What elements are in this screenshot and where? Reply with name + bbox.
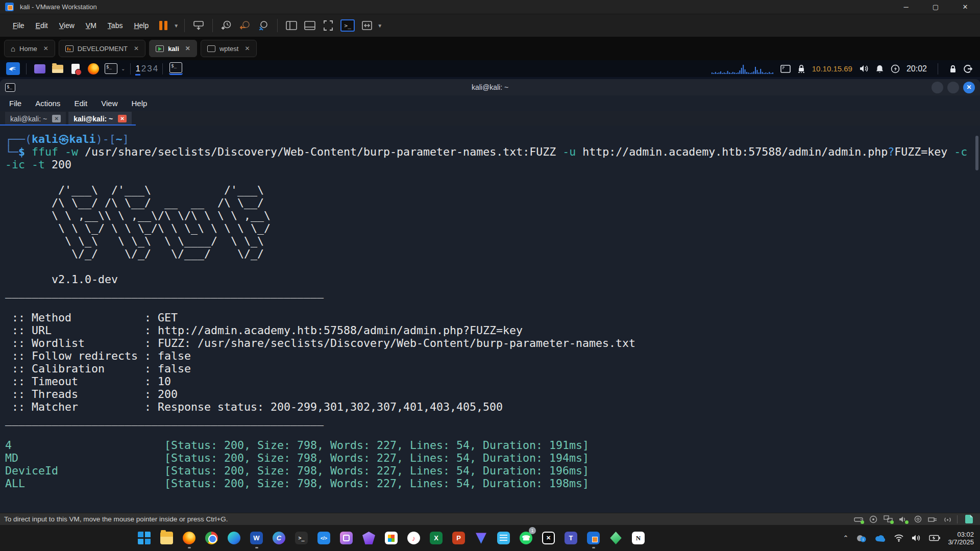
- snapshot-manager-icon[interactable]: [256, 18, 271, 33]
- menu-file[interactable]: File: [7, 21, 30, 30]
- tray-chevron-icon[interactable]: ⌃: [843, 534, 848, 542]
- taskbar-file-explorer-icon[interactable]: [160, 529, 173, 547]
- taskbar-teams-icon[interactable]: T: [565, 529, 577, 547]
- taskbar-notepad-icon[interactable]: [497, 529, 510, 547]
- taskbar-edge-icon[interactable]: [228, 529, 240, 547]
- workspace-4[interactable]: 4: [153, 62, 158, 76]
- snapshot-take-icon[interactable]: [219, 18, 234, 33]
- pane-left-toggle-icon[interactable]: [284, 18, 299, 33]
- cpu-graph[interactable]: [712, 62, 774, 76]
- taskbar-firefox-icon[interactable]: [183, 529, 195, 547]
- taskbar-sims-plumbob-icon[interactable]: [609, 529, 622, 547]
- menu-tabs[interactable]: Tabs: [102, 21, 129, 30]
- send-ctrl-alt-del-icon[interactable]: [191, 18, 206, 33]
- close-tab-icon[interactable]: ✕: [43, 45, 48, 52]
- stretch-menu-caret[interactable]: ▼: [377, 23, 382, 29]
- taskbar-notion-icon[interactable]: N: [632, 529, 645, 547]
- taskbar-vmware-icon[interactable]: [587, 529, 600, 547]
- taskbar-whatsapp-icon[interactable]: ☎1: [520, 529, 532, 547]
- weather-info-icon[interactable]: i: [856, 534, 867, 542]
- close-button[interactable]: ✕: [950, 0, 980, 14]
- network-icon[interactable]: [883, 515, 893, 523]
- taskbar-powerpoint-icon[interactable]: P: [452, 529, 465, 547]
- taskbar-clock[interactable]: 03:02 3/7/2025: [948, 531, 974, 546]
- taskbar-vscode-icon[interactable]: </>: [317, 529, 330, 547]
- text-editor-icon[interactable]: [68, 62, 82, 75]
- ip-address[interactable]: 10.10.15.69: [812, 64, 852, 73]
- open-terminal-window-icon[interactable]: $_: [169, 62, 183, 75]
- file-manager-icon[interactable]: [51, 62, 64, 75]
- terminal-launcher-icon[interactable]: $_: [104, 62, 118, 75]
- show-desktop-icon[interactable]: [33, 62, 46, 75]
- taskbar-obsidian-icon[interactable]: [362, 529, 375, 547]
- terminal-scrollbar[interactable]: [975, 136, 978, 170]
- terminal-menu-help[interactable]: Help: [131, 99, 147, 108]
- webcam-icon[interactable]: [913, 515, 923, 523]
- logout-icon[interactable]: [964, 64, 973, 73]
- terminal-menu-view[interactable]: View: [101, 99, 117, 108]
- vm-tab-kali[interactable]: kali✕: [149, 40, 197, 57]
- workspace-1[interactable]: 1: [135, 62, 140, 76]
- power-icon[interactable]: [891, 64, 900, 73]
- minimize-button[interactable]: ─: [891, 0, 921, 14]
- stretch-view-icon[interactable]: [359, 18, 375, 33]
- menu-help[interactable]: Help: [128, 21, 154, 30]
- terminal-output[interactable]: ┌──(kali㉿kali)-[~]└─$ ffuf -w /usr/share…: [0, 126, 980, 513]
- vpn-lock-icon[interactable]: [797, 64, 805, 73]
- usb-icon[interactable]: [927, 515, 938, 523]
- workspace-3[interactable]: 3: [147, 62, 152, 76]
- taskbar-triangle-app-icon[interactable]: [475, 529, 487, 547]
- vm-tab-development[interactable]: DEVELOPMENT✕: [59, 40, 145, 57]
- close-tab-icon[interactable]: ✕: [185, 45, 190, 52]
- cdrom-icon[interactable]: [868, 515, 878, 523]
- workspace-2[interactable]: 2: [141, 62, 146, 76]
- panel-clock[interactable]: 20:02: [906, 64, 927, 73]
- taskbar-word-icon[interactable]: W: [250, 529, 263, 547]
- signal-icon[interactable]: [942, 515, 952, 523]
- vm-tab-wptest[interactable]: wptest✕: [201, 40, 257, 57]
- snapshot-revert-icon[interactable]: [237, 18, 253, 33]
- terminal-tab-1[interactable]: kali@kali: ~✕: [5, 112, 66, 126]
- terminal-menu-caret[interactable]: ⌄: [121, 66, 125, 71]
- menu-vm[interactable]: VM: [80, 21, 102, 30]
- pane-bottom-toggle-icon[interactable]: [302, 18, 317, 33]
- harddisk-icon[interactable]: [853, 515, 864, 523]
- taskbar-windows-terminal-icon[interactable]: >_: [295, 529, 308, 547]
- terminal-menu-edit[interactable]: Edit: [74, 99, 87, 108]
- suspend-menu-caret[interactable]: ▼: [174, 23, 179, 29]
- taskbar-capcut-icon[interactable]: ✕: [542, 529, 555, 547]
- close-tab-icon[interactable]: ✕: [52, 115, 61, 122]
- maximize-button[interactable]: ▢: [921, 0, 950, 14]
- close-tab-icon[interactable]: ✕: [118, 115, 127, 122]
- fullscreen-toggle-icon[interactable]: [321, 18, 336, 33]
- clipboard-icon[interactable]: [965, 515, 973, 523]
- terminal-menu-file[interactable]: File: [9, 99, 21, 108]
- battery-icon[interactable]: [929, 535, 940, 541]
- taskbar-microsoft-store-icon[interactable]: [385, 529, 398, 547]
- taskbar-purple-box-app-icon[interactable]: [340, 529, 353, 547]
- suspend-button[interactable]: [156, 18, 171, 33]
- display-icon[interactable]: [780, 65, 791, 73]
- tray-volume-icon[interactable]: [912, 534, 921, 542]
- terminal-tab-2[interactable]: kali@kali: ~✕: [68, 112, 132, 126]
- notifications-bell-icon[interactable]: [875, 64, 884, 73]
- menu-view[interactable]: View: [54, 21, 80, 30]
- vm-tab-home[interactable]: ⌂Home✕: [4, 40, 55, 57]
- taskbar-apple-music-icon[interactable]: ♪: [407, 529, 420, 547]
- wifi-icon[interactable]: [894, 534, 904, 542]
- sound-icon[interactable]: [898, 515, 908, 523]
- close-tab-icon[interactable]: ✕: [134, 45, 139, 52]
- screen-lock-icon[interactable]: [949, 64, 957, 73]
- onedrive-icon[interactable]: [875, 535, 886, 542]
- firefox-icon[interactable]: [86, 62, 100, 75]
- terminal-menu-actions[interactable]: Actions: [35, 99, 60, 108]
- taskbar-start-icon[interactable]: [138, 529, 151, 547]
- kali-menu-icon[interactable]: [6, 62, 20, 75]
- taskbar-canva-icon[interactable]: C: [273, 529, 285, 547]
- taskbar-excel-icon[interactable]: X: [430, 529, 443, 547]
- console-view-active-icon[interactable]: >_: [340, 19, 355, 32]
- volume-icon[interactable]: [859, 64, 869, 73]
- terminal-titlebar[interactable]: $_ kali@kali: ~ ✕: [0, 79, 980, 95]
- close-tab-icon[interactable]: ✕: [244, 45, 250, 52]
- taskbar-chrome-icon[interactable]: [205, 529, 218, 547]
